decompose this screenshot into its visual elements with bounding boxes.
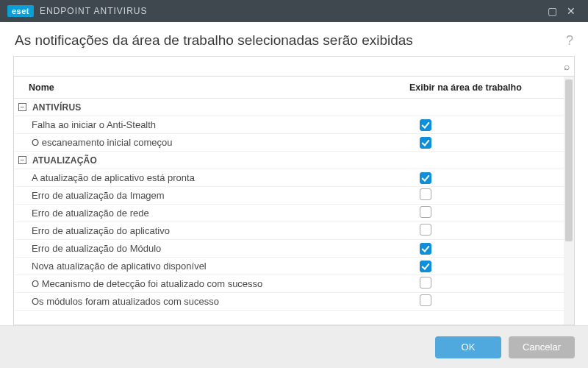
column-header-show[interactable]: Exibir na área de trabalho bbox=[409, 82, 549, 93]
table-row[interactable]: Erro de atualização de rede bbox=[14, 205, 564, 222]
square-icon: ▢ bbox=[548, 5, 557, 17]
row-show-cell bbox=[420, 172, 559, 184]
show-checkbox[interactable] bbox=[420, 277, 431, 289]
table-row[interactable]: Erro de atualização do aplicativo bbox=[14, 222, 564, 240]
show-checkbox[interactable] bbox=[420, 188, 431, 200]
row-name: Os módulos foram atualizados com sucesso bbox=[32, 296, 420, 307]
dialog-header: As notificações da área de trabalho sele… bbox=[0, 22, 588, 56]
show-checkbox[interactable] bbox=[420, 224, 431, 236]
row-name: O escaneamento inicial começou bbox=[32, 137, 420, 148]
row-show-cell bbox=[420, 137, 559, 149]
window-minimize-button[interactable]: ▢ bbox=[542, 1, 562, 21]
row-name: O Mecanismo de detecção foi atualizado c… bbox=[32, 278, 420, 289]
table-row[interactable]: O Mecanismo de detecção foi atualizado c… bbox=[14, 275, 564, 293]
row-show-cell bbox=[420, 243, 559, 255]
show-checkbox[interactable] bbox=[420, 206, 431, 218]
row-name: A atualização de aplicativo está pronta bbox=[32, 172, 420, 183]
window-close-button[interactable]: ✕ bbox=[562, 1, 581, 21]
search-row: ⌕ bbox=[13, 56, 575, 77]
table-row[interactable]: Falha ao iniciar o Anti-Stealth bbox=[14, 116, 564, 134]
ok-button[interactable]: OK bbox=[435, 336, 501, 358]
show-checkbox[interactable] bbox=[420, 243, 431, 255]
table-row[interactable]: O escaneamento inicial começou bbox=[14, 134, 564, 152]
row-show-cell bbox=[420, 294, 559, 308]
table-container: Nome Exibir na área de trabalho −ANTIVÍR… bbox=[13, 77, 575, 325]
row-name: Falha ao iniciar o Anti-Stealth bbox=[32, 119, 420, 130]
column-header-name[interactable]: Nome bbox=[29, 82, 409, 93]
table-row[interactable]: Erro de atualização da Imagem bbox=[14, 187, 564, 205]
table-row[interactable]: Os módulos foram atualizados com sucesso bbox=[14, 293, 564, 311]
table-row[interactable]: Erro de atualização do Módulo bbox=[14, 240, 564, 258]
page-title: As notificações da área de trabalho sele… bbox=[15, 32, 413, 49]
group-label: ANTIVÍRUS bbox=[32, 102, 81, 113]
close-icon: ✕ bbox=[567, 5, 576, 17]
search-icon[interactable]: ⌕ bbox=[564, 60, 570, 72]
row-show-cell bbox=[420, 206, 559, 220]
brand-text: ENDPOINT ANTIVIRUS bbox=[40, 6, 147, 16]
row-show-cell bbox=[420, 119, 559, 131]
table-scroll: Nome Exibir na área de trabalho −ANTIVÍR… bbox=[14, 77, 564, 325]
row-show-cell bbox=[420, 188, 559, 202]
content-area: ⌕ Nome Exibir na área de trabalho −ANTIV… bbox=[0, 56, 588, 325]
scrollbar[interactable] bbox=[564, 77, 574, 325]
group-header[interactable]: −ANTIVÍRUS bbox=[14, 99, 564, 116]
show-checkbox[interactable] bbox=[420, 119, 431, 131]
show-checkbox[interactable] bbox=[420, 172, 431, 184]
row-name: Erro de atualização do Módulo bbox=[32, 243, 420, 254]
show-checkbox[interactable] bbox=[420, 294, 431, 306]
row-name: Erro de atualização do aplicativo bbox=[32, 225, 420, 236]
help-icon[interactable]: ? bbox=[566, 33, 573, 49]
row-name: Nova atualização de aplicativo disponíve… bbox=[32, 261, 420, 272]
row-name: Erro de atualização de rede bbox=[32, 208, 420, 219]
titlebar: eset ENDPOINT ANTIVIRUS ▢ ✕ bbox=[0, 0, 588, 22]
show-checkbox[interactable] bbox=[420, 137, 431, 149]
row-show-cell bbox=[420, 277, 559, 291]
search-input[interactable] bbox=[18, 57, 564, 75]
table-row[interactable]: A atualização de aplicativo está pronta bbox=[14, 169, 564, 187]
collapse-icon[interactable]: − bbox=[18, 103, 26, 111]
row-show-cell bbox=[420, 261, 559, 272]
table-header: Nome Exibir na área de trabalho bbox=[14, 77, 564, 99]
group-label: ATUALIZAÇÃO bbox=[32, 155, 97, 166]
show-checkbox[interactable] bbox=[420, 261, 431, 272]
scrollbar-thumb[interactable] bbox=[565, 79, 573, 241]
table-row[interactable]: Nova atualização de aplicativo disponíve… bbox=[14, 258, 564, 275]
collapse-icon[interactable]: − bbox=[18, 156, 26, 164]
dialog-footer: OK Cancelar bbox=[0, 325, 588, 368]
row-name: Erro de atualização da Imagem bbox=[32, 190, 420, 201]
row-show-cell bbox=[420, 224, 559, 238]
group-header[interactable]: −ATUALIZAÇÃO bbox=[14, 152, 564, 169]
brand-badge: eset bbox=[7, 5, 34, 17]
cancel-button[interactable]: Cancelar bbox=[509, 336, 575, 358]
